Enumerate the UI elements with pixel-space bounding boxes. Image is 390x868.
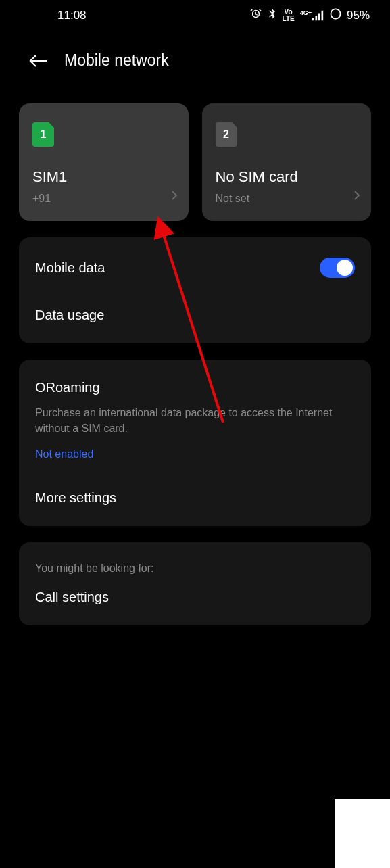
overlay-box [335, 799, 390, 868]
sim-badge-2: 2 [216, 122, 237, 147]
row-data-usage[interactable]: Data usage [19, 293, 371, 338]
battery-icon [330, 8, 341, 23]
back-icon[interactable] [29, 54, 48, 68]
sim-card-2[interactable]: 2 No SIM card Not set [202, 103, 372, 221]
section-roaming: ORoaming Purchase an international data … [19, 360, 371, 526]
volte-icon: Vo LTE [283, 9, 295, 22]
chevron-right-icon [354, 190, 360, 203]
sim-card-1[interactable]: 1 SIM1 +91 [19, 103, 189, 221]
page-title: Mobile network [64, 51, 169, 70]
chevron-right-icon [171, 190, 178, 203]
oroaming-title: ORoaming [35, 380, 355, 395]
section-data: Mobile data Data usage [19, 237, 371, 343]
suggestion-hint: You might be looking for: [19, 548, 371, 575]
alarm-icon [250, 8, 262, 23]
row-mobile-data[interactable]: Mobile data [19, 243, 371, 293]
more-settings-label: More settings [35, 490, 116, 506]
data-usage-label: Data usage [35, 308, 104, 323]
sim-badge-1: 1 [32, 122, 54, 147]
mobile-data-label: Mobile data [35, 260, 105, 276]
toggle-knob [337, 260, 353, 276]
oroaming-desc: Purchase an international data package t… [35, 405, 355, 436]
sim2-name: No SIM card [216, 168, 358, 186]
call-settings-label: Call settings [35, 589, 109, 605]
sim1-name: SIM1 [32, 168, 175, 186]
battery-percent: 95% [347, 9, 370, 22]
row-more-settings[interactable]: More settings [19, 475, 371, 521]
sim2-sub: Not set [216, 193, 358, 205]
bluetooth-icon [267, 8, 277, 23]
row-call-settings[interactable]: Call settings [19, 575, 371, 620]
status-right: Vo LTE 4G+ 95% [250, 8, 370, 23]
sim1-sub: +91 [32, 193, 175, 205]
sim-cards-row: 1 SIM1 +91 2 No SIM card Not set [0, 103, 390, 221]
row-oroaming[interactable]: ORoaming Purchase an international data … [19, 365, 371, 475]
section-suggestions: You might be looking for: Call settings [19, 542, 371, 625]
header: Mobile network [0, 31, 390, 90]
status-time: 11:08 [57, 9, 87, 22]
mobile-data-toggle[interactable] [320, 258, 355, 278]
signal-icon: 4G+ [300, 10, 324, 21]
oroaming-status: Not enabled [35, 448, 355, 460]
svg-point-0 [331, 9, 340, 18]
status-bar: 11:08 Vo LTE 4G+ 95% [0, 0, 390, 31]
